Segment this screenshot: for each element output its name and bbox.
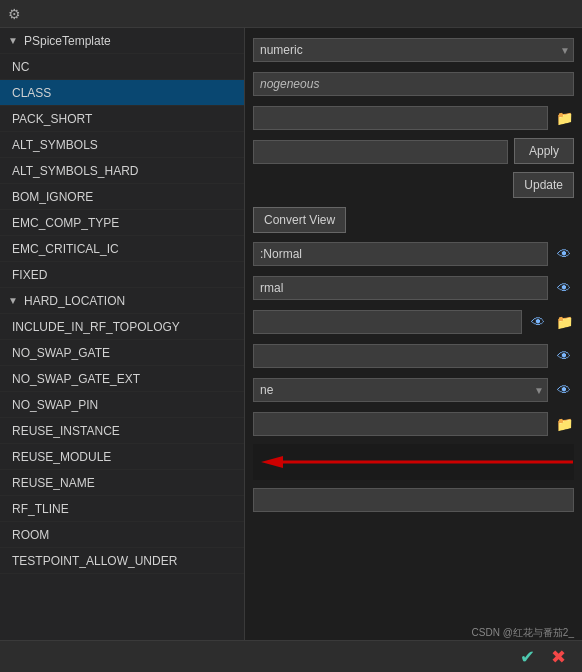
tree-item-reuse-module[interactable]: REUSE_MODULE bbox=[0, 444, 244, 470]
tree-item-emc-comp-type[interactable]: EMC_COMP_TYPE bbox=[0, 210, 244, 236]
field-row-no-swap-pin: 👁 bbox=[253, 342, 574, 370]
tree-item-label: NO_SWAP_PIN bbox=[12, 398, 98, 412]
tree-item-label: FIXED bbox=[12, 268, 47, 282]
eye-icon-2[interactable]: 👁 bbox=[554, 280, 574, 296]
field-row-convert: Convert View bbox=[253, 206, 574, 234]
tree-item-reuse-instance[interactable]: REUSE_INSTANCE bbox=[0, 418, 244, 444]
red-arrow-icon bbox=[253, 452, 574, 472]
dropdown1-wrapper[interactable]: numeric text boolean ▼ bbox=[253, 38, 574, 62]
toggle-arrow-icon: ▼ bbox=[6, 34, 20, 48]
right-panel: numeric text boolean ▼ 📁 Apply Update bbox=[245, 28, 582, 640]
tree-item-no-swap-gate-ext[interactable]: NO_SWAP_GATE_EXT bbox=[0, 366, 244, 392]
update-button[interactable]: Update bbox=[513, 172, 574, 198]
normal1-field[interactable] bbox=[253, 242, 548, 266]
eye-icon-5[interactable]: 👁 bbox=[554, 382, 574, 398]
tree-item-reuse-name[interactable]: REUSE_NAME bbox=[0, 470, 244, 496]
convert-view-button[interactable]: Convert View bbox=[253, 207, 346, 233]
field-row-update: Update bbox=[253, 172, 574, 200]
svg-marker-1 bbox=[261, 456, 283, 468]
normal2-field[interactable] bbox=[253, 276, 548, 300]
tree-item-label: REUSE_INSTANCE bbox=[12, 424, 120, 438]
field-row-room bbox=[253, 486, 574, 514]
tree-item-no-swap-pin[interactable]: NO_SWAP_PIN bbox=[0, 392, 244, 418]
tree-item-label: NO_SWAP_GATE bbox=[12, 346, 110, 360]
toggle-arrow-icon: ▼ bbox=[6, 294, 20, 308]
field-row-dropdown2: ne Normal ▼ 👁 bbox=[253, 376, 574, 404]
field-row-apply: Apply bbox=[253, 138, 574, 166]
alt-symbols-field[interactable] bbox=[253, 140, 508, 164]
tree-item-alt-symbols[interactable]: ALT_SYMBOLS bbox=[0, 132, 244, 158]
field-row-folder: 📁 bbox=[253, 104, 574, 132]
tree-item-label: CLASS bbox=[12, 86, 51, 100]
room-field[interactable] bbox=[253, 488, 574, 512]
folder-icon-3[interactable]: 📁 bbox=[554, 416, 574, 432]
tree-item-label: ROOM bbox=[12, 528, 49, 542]
dropdown1-select[interactable]: numeric text boolean bbox=[253, 38, 574, 62]
no-swap-gate-ext-field[interactable] bbox=[253, 310, 522, 334]
eye-icon-3[interactable]: 👁 bbox=[528, 314, 548, 330]
tree-item-emc-critical-ic[interactable]: EMC_CRITICAL_IC bbox=[0, 236, 244, 262]
tree-item-label: ALT_SYMBOLS bbox=[12, 138, 98, 152]
tree-item-alt-symbols-hard[interactable]: ALT_SYMBOLS_HARD bbox=[0, 158, 244, 184]
field-row-dropdown1: numeric text boolean ▼ bbox=[253, 36, 574, 64]
folder-icon-2[interactable]: 📁 bbox=[554, 314, 574, 330]
no-swap-pin-field[interactable] bbox=[253, 344, 548, 368]
nogeneous-field[interactable] bbox=[253, 72, 574, 96]
tree-item-label: INCLUDE_IN_RF_TOPOLOGY bbox=[12, 320, 180, 334]
tree-item-hard-location[interactable]: ▼ HARD_LOCATION bbox=[0, 288, 244, 314]
top-bar: ⚙ bbox=[0, 0, 582, 28]
cancel-x-icon[interactable]: ✖ bbox=[551, 646, 566, 668]
tree-item-rf-tline[interactable]: RF_TLINE bbox=[0, 496, 244, 522]
field-row-rf-tline bbox=[253, 444, 574, 480]
tree-item-bom-ignore[interactable]: BOM_IGNORE bbox=[0, 184, 244, 210]
tree-item-label: PSpiceTemplate bbox=[24, 34, 111, 48]
tree-item-label: EMC_COMP_TYPE bbox=[12, 216, 119, 230]
apply-button[interactable]: Apply bbox=[514, 138, 574, 164]
tree-item-label: REUSE_MODULE bbox=[12, 450, 111, 464]
dropdown2-wrapper[interactable]: ne Normal ▼ bbox=[253, 378, 548, 402]
tree-item-label: ALT_SYMBOLS_HARD bbox=[12, 164, 139, 178]
tree-item-pack-short[interactable]: PACK_SHORT bbox=[0, 106, 244, 132]
tree-item-room[interactable]: ROOM bbox=[0, 522, 244, 548]
tree-item-include-rf-topology[interactable]: INCLUDE_IN_RF_TOPOLOGY bbox=[0, 314, 244, 340]
tree-item-nc[interactable]: NC bbox=[0, 54, 244, 80]
tree-item-no-swap-gate[interactable]: NO_SWAP_GATE bbox=[0, 340, 244, 366]
bottom-bar: CSDN @红花与番茄2_ ✔ ✖ bbox=[0, 640, 582, 672]
field-row-icons: 👁 📁 bbox=[253, 308, 574, 336]
field-row-normal2: 👁 bbox=[253, 274, 574, 302]
tree-item-class[interactable]: CLASS bbox=[0, 80, 244, 106]
tree-item-label: TESTPOINT_ALLOW_UNDER bbox=[12, 554, 177, 568]
field-row-placeholder bbox=[253, 70, 574, 98]
eye-icon[interactable]: 👁 bbox=[554, 246, 574, 262]
tree-item-label: NO_SWAP_GATE_EXT bbox=[12, 372, 140, 386]
tree-item-label: BOM_IGNORE bbox=[12, 190, 93, 204]
tree-item-label: EMC_CRITICAL_IC bbox=[12, 242, 119, 256]
left-panel: ▼ PSpiceTemplate NC CLASS PACK_SHORT ALT… bbox=[0, 28, 245, 640]
tree-item-pspice-template[interactable]: ▼ PSpiceTemplate bbox=[0, 28, 244, 54]
arrow-section bbox=[253, 444, 574, 480]
eye-icon-4[interactable]: 👁 bbox=[554, 348, 574, 364]
reuse-module-field[interactable] bbox=[253, 412, 548, 436]
tree-item-testpoint-allow-under[interactable]: TESTPOINT_ALLOW_UNDER bbox=[0, 548, 244, 574]
tree-item-fixed[interactable]: FIXED bbox=[0, 262, 244, 288]
confirm-check-icon[interactable]: ✔ bbox=[520, 646, 535, 668]
tree-item-label: REUSE_NAME bbox=[12, 476, 95, 490]
gear-icon[interactable]: ⚙ bbox=[8, 6, 24, 22]
pack-short-field[interactable] bbox=[253, 106, 548, 130]
tree-item-label: PACK_SHORT bbox=[12, 112, 92, 126]
tree-item-label: HARD_LOCATION bbox=[24, 294, 125, 308]
tree-item-label: NC bbox=[12, 60, 29, 74]
tree-item-label: RF_TLINE bbox=[12, 502, 69, 516]
field-row-reuse-module: 📁 bbox=[253, 410, 574, 438]
folder-icon[interactable]: 📁 bbox=[554, 110, 574, 126]
dropdown2-select[interactable]: ne Normal bbox=[253, 378, 548, 402]
field-row-normal1: 👁 bbox=[253, 240, 574, 268]
